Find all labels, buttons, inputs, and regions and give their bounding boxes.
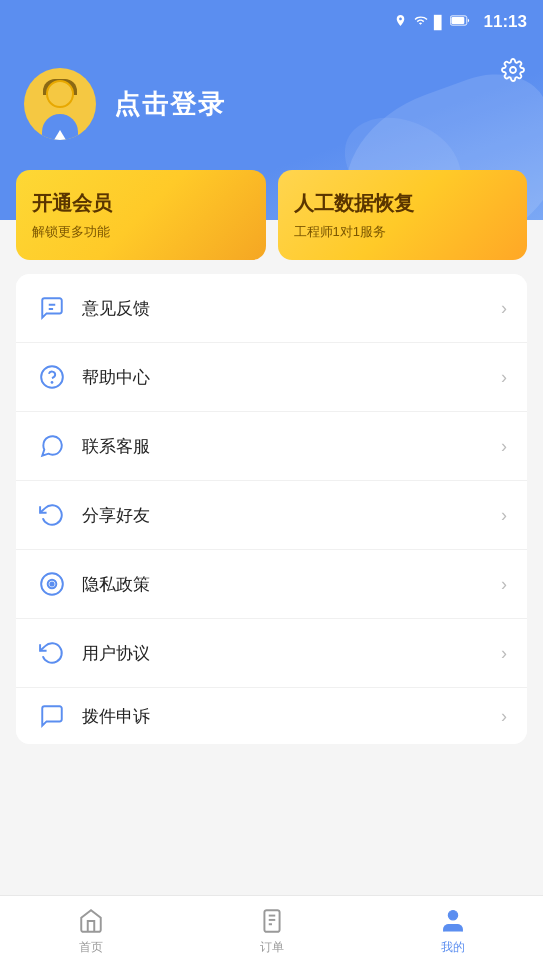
svg-point-9 [50, 582, 53, 585]
vip-card[interactable]: 开通会员 解锁更多功能 [16, 170, 266, 260]
chevron-icon-contact: › [501, 706, 507, 727]
chevron-icon-share: › [501, 505, 507, 526]
vip-card-subtitle: 解锁更多功能 [32, 223, 250, 241]
svg-point-14 [448, 911, 457, 920]
recovery-card-subtitle: 工程师1对1服务 [294, 223, 512, 241]
recovery-card[interactable]: 人工数据恢复 工程师1对1服务 [278, 170, 528, 260]
menu-label-help: 帮助中心 [82, 366, 501, 389]
nav-item-home[interactable]: 首页 [0, 899, 181, 964]
chevron-icon-service: › [501, 436, 507, 457]
cards-section: 开通会员 解锁更多功能 人工数据恢复 工程师1对1服务 [0, 170, 543, 260]
chat-icon [36, 292, 68, 324]
chevron-icon-privacy: › [501, 574, 507, 595]
location-icon [394, 13, 407, 31]
menu-item-help[interactable]: 帮助中心 › [16, 343, 527, 412]
wifi-icon [413, 13, 428, 31]
nav-item-order[interactable]: 订单 [181, 899, 362, 964]
lock-icon [36, 568, 68, 600]
nav-label-mine: 我的 [441, 939, 465, 956]
question-icon [36, 361, 68, 393]
avatar [24, 68, 96, 140]
menu-item-share[interactable]: 分享好友 › [16, 481, 527, 550]
mine-icon [439, 907, 467, 935]
svg-point-5 [41, 366, 63, 388]
nav-label-order: 订单 [260, 939, 284, 956]
menu-item-privacy[interactable]: 隐私政策 › [16, 550, 527, 619]
menu-item-contact[interactable]: 拨件申诉 › [16, 688, 527, 744]
chevron-icon-feedback: › [501, 298, 507, 319]
menu-item-feedback[interactable]: 意见反馈 › [16, 274, 527, 343]
chevron-icon-help: › [501, 367, 507, 388]
doc-icon [36, 637, 68, 669]
login-text[interactable]: 点击登录 [114, 87, 226, 122]
menu-item-service[interactable]: 联系客服 › [16, 412, 527, 481]
chevron-icon-agreement: › [501, 643, 507, 664]
status-time: 11:13 [484, 12, 527, 32]
nav-label-home: 首页 [79, 939, 103, 956]
svg-point-2 [510, 67, 516, 73]
menu-label-share: 分享好友 [82, 504, 501, 527]
settings-button[interactable] [497, 54, 529, 86]
menu-label-service: 联系客服 [82, 435, 501, 458]
svg-rect-10 [264, 910, 279, 932]
menu-item-agreement[interactable]: 用户协议 › [16, 619, 527, 688]
message-icon [36, 430, 68, 462]
menu-label-agreement: 用户协议 [82, 642, 501, 665]
profile-row[interactable]: 点击登录 [24, 68, 519, 140]
vip-card-title: 开通会员 [32, 190, 250, 217]
home-icon [77, 907, 105, 935]
menu-label-feedback: 意见反馈 [82, 297, 501, 320]
order-icon [258, 907, 286, 935]
menu-section: 意见反馈 › 帮助中心 › 联系客服 › [16, 274, 527, 744]
share-icon [36, 499, 68, 531]
svg-rect-1 [451, 17, 464, 24]
bottom-nav: 首页 订单 我的 [0, 895, 543, 967]
phone-icon [36, 700, 68, 732]
nav-item-mine[interactable]: 我的 [362, 899, 543, 964]
battery-icon [450, 13, 470, 31]
recovery-card-title: 人工数据恢复 [294, 190, 512, 217]
menu-label-privacy: 隐私政策 [82, 573, 501, 596]
menu-label-contact: 拨件申诉 [82, 705, 501, 728]
signal-icon: ▊ [434, 15, 444, 30]
status-bar: ▊ 11:13 [0, 0, 543, 44]
